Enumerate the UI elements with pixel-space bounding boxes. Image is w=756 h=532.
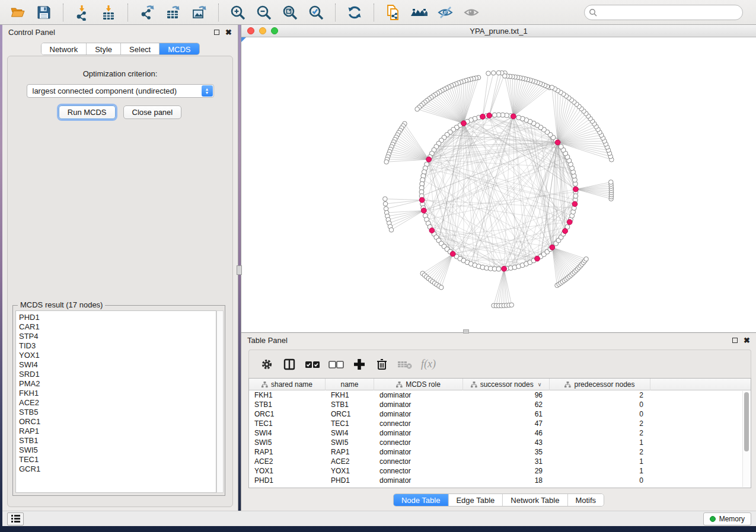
table-cell: dominator [374,400,463,409]
memory-button[interactable]: Memory [703,512,751,525]
export-network-icon[interactable] [135,2,159,23]
mcds-result-item[interactable]: TID3 [19,341,216,351]
close-table-panel-icon[interactable]: ✖ [744,338,750,343]
mcds-result-item[interactable]: SWI5 [19,446,216,455]
tab-edge-table[interactable]: Edge Table [448,494,503,506]
table-row[interactable]: YOX1YOX1connector291 [249,466,751,476]
table-row[interactable]: PHD1PHD1dominator180 [249,476,751,485]
table-row[interactable]: STB1STB1dominator620 [249,400,751,409]
task-history-button[interactable] [7,512,24,525]
vertical-splitter-handle[interactable] [237,265,242,275]
mcds-result-item[interactable]: CAR1 [19,322,216,332]
mcds-result-item[interactable]: STB1 [19,436,216,446]
hide-selected-icon[interactable] [433,2,457,23]
tab-network[interactable]: Network [41,43,87,55]
import-network-icon[interactable] [71,2,94,23]
tab-node-table[interactable]: Node Table [394,494,449,506]
column-header-predecessor-nodes[interactable]: predecessor nodes [550,379,650,390]
select-all-checkboxes-icon[interactable] [305,357,320,372]
show-all-icon[interactable] [460,2,483,23]
close-panel-button[interactable]: Close panel [123,105,182,119]
column-header-shared-name[interactable]: shared name [249,379,326,390]
zoom-fit-icon[interactable] [278,2,302,23]
mcds-result-item[interactable]: GCR1 [19,464,216,474]
search-input[interactable] [584,5,743,20]
export-image-icon[interactable] [187,2,211,23]
table-cell: 0 [550,400,650,409]
mcds-result-item[interactable]: RAP1 [19,427,216,436]
import-table-icon[interactable] [97,2,120,23]
mcds-result-item[interactable]: YOX1 [19,351,216,360]
mcds-result-scrollbar[interactable] [216,310,224,493]
node-table: shared namenameMCDS rolesuccessor nodes∨… [248,378,751,488]
function-builder-icon: f(x) [421,357,436,372]
zoom-out-icon[interactable] [252,2,276,23]
refresh-layout-icon[interactable] [343,2,366,23]
delete-column-icon [397,357,413,372]
tab-style[interactable]: Style [87,43,121,55]
table-cell: PHD1 [326,476,374,485]
table-row[interactable]: SWI4SWI4dominator462 [249,428,751,438]
table-cell: 1 [550,438,650,447]
add-row-icon[interactable] [352,357,366,372]
deselect-all-checkboxes-icon[interactable] [328,357,344,372]
mcds-result-group: MCDS result (17 nodes) PHD1CAR1STP4TID3Y… [12,305,225,496]
table-row[interactable]: ORC1ORC1dominator610 [249,409,751,419]
export-table-icon[interactable] [161,2,185,23]
table-panel-tabs: Node TableEdge TableNetwork TableMotifs [393,493,604,507]
column-header-successor-nodes[interactable]: successor nodes∨ [463,379,550,390]
network-view-window: YPA_prune.txt_1 [241,25,756,332]
table-row[interactable]: TEC1TEC1connector472 [249,419,751,428]
settings-gear-icon[interactable] [260,357,274,372]
focus-corner-marker [241,37,246,42]
table-scrollbar-thumb[interactable] [744,392,749,451]
float-panel-icon[interactable] [214,30,219,35]
mcds-result-item[interactable]: PMA2 [19,379,216,389]
open-session-icon[interactable] [6,2,30,23]
memory-status-icon [710,516,716,522]
mcds-result-item[interactable]: ORC1 [19,417,216,427]
float-table-panel-icon[interactable] [732,338,738,343]
network-canvas[interactable] [241,37,756,332]
table-cell: 2 [550,419,650,428]
select-stepper-icon: ▲▼ [202,85,213,97]
search-container [584,5,743,20]
zoom-selected-icon[interactable] [304,2,328,23]
toolbar-separator [63,4,63,21]
table-row[interactable]: ACE2ACE2connector311 [249,457,751,466]
column-header-name[interactable]: name [326,379,374,390]
toolbar-separator [335,4,336,21]
run-mcds-button[interactable]: Run MCDS [59,105,116,119]
main-toolbar [0,0,756,25]
network-window-titlebar[interactable]: YPA_prune.txt_1 [241,25,756,37]
table-row[interactable]: SWI5SWI5connector431 [249,438,751,447]
mcds-result-item[interactable]: ACE2 [19,398,216,408]
table-cell: SWI4 [249,429,326,437]
mcds-result-item[interactable]: SRD1 [19,370,216,379]
first-neighbors-icon[interactable] [407,2,431,23]
horizontal-splitter-handle[interactable] [463,329,469,334]
table-row[interactable]: FKH1FKH1dominator962 [249,390,751,400]
table-row[interactable]: RAP1RAP1dominator352 [249,447,751,457]
mcds-result-item[interactable]: STB5 [19,408,216,417]
clone-network-icon[interactable] [381,2,405,23]
mcds-result-item[interactable]: PHD1 [19,313,216,322]
tab-network-table[interactable]: Network Table [503,494,567,506]
column-header-MCDS-role[interactable]: MCDS role [374,379,463,390]
zoom-in-icon[interactable] [226,2,250,23]
delete-row-icon[interactable] [375,357,389,372]
save-session-icon[interactable] [32,2,56,23]
mcds-tab-content: Optimization criterion: largest connecte… [7,56,233,507]
table-scrollbar[interactable] [742,391,750,487]
tab-select[interactable]: Select [121,43,160,55]
mcds-result-item[interactable]: SWI4 [19,360,216,370]
table-cell: 1 [550,467,650,475]
tab-mcds[interactable]: MCDS [160,43,199,55]
mcds-result-item[interactable]: STP4 [19,332,216,341]
show-columns-icon[interactable] [282,357,296,372]
close-panel-icon[interactable]: ✖ [225,30,232,35]
mcds-result-item[interactable]: FKH1 [19,389,216,398]
optimization-criterion-select[interactable]: largest connected component (undirected)… [27,84,214,98]
tab-motifs[interactable]: Motifs [567,494,604,506]
mcds-result-item[interactable]: TEC1 [19,455,216,464]
